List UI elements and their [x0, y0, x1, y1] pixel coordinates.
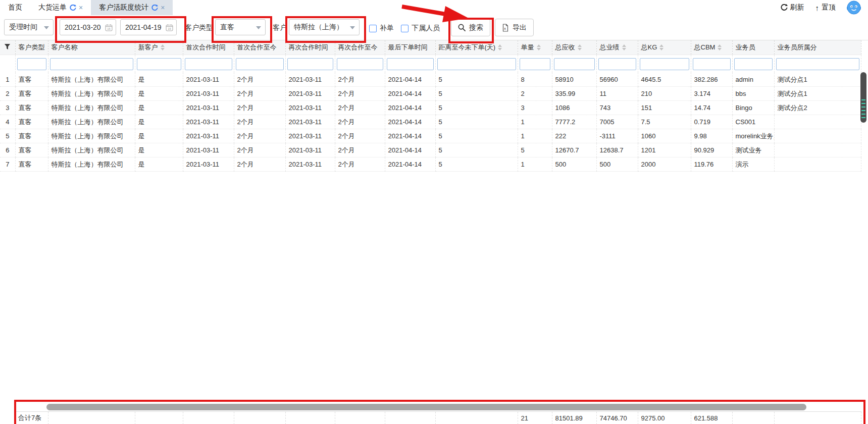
table-row[interactable]: 3直客特斯拉（上海）有限公司是2021-03-112个月2021-03-112个… — [0, 101, 861, 115]
export-button[interactable]: x 导出 — [495, 19, 534, 36]
column-filter-input[interactable] — [640, 58, 689, 70]
sort-arrows-icon[interactable] — [498, 44, 502, 50]
cell — [774, 115, 861, 129]
tab-bulk-waybill[interactable]: 大货运单 × — [30, 0, 91, 15]
calendar-icon[interactable]: 15 — [105, 24, 113, 31]
table-row[interactable]: 7直客特斯拉（上海）有限公司是2021-03-112个月2021-03-112个… — [0, 157, 861, 172]
refresh-icon[interactable] — [151, 5, 158, 11]
table-row[interactable]: 4直客特斯拉（上海）有限公司是2021-03-112个月2021-03-112个… — [0, 115, 861, 129]
vertical-scrollbar[interactable] — [860, 72, 866, 123]
cell: 是 — [135, 73, 183, 87]
funnel-icon[interactable] — [4, 43, 11, 50]
cell: 2000 — [638, 157, 691, 172]
cell: 2个月 — [335, 143, 385, 157]
refresh-icon[interactable] — [70, 5, 76, 11]
cell: 2个月 — [234, 157, 285, 172]
column-filter-input[interactable] — [50, 58, 133, 70]
column-filter-input[interactable] — [598, 58, 636, 70]
customer-select[interactable]: 特斯拉（上海） — [289, 19, 360, 35]
column-filter-input[interactable] — [554, 58, 595, 70]
summary-row: 合计7条2181501.8974746.709275.00621.588 — [15, 412, 861, 424]
cell: 2021-04-14 — [385, 157, 435, 172]
chevron-down-icon — [256, 26, 261, 29]
cell: 2021-04-14 — [385, 73, 435, 87]
column-header: 业务员所属分 — [774, 40, 861, 55]
checkbox-icon[interactable] — [401, 25, 409, 32]
sort-arrows-icon[interactable] — [161, 44, 165, 50]
table-row[interactable]: 1直客特斯拉（上海）有限公司是2021-03-112个月2021-03-112个… — [0, 73, 861, 87]
column-header: 再次合作时间 — [285, 40, 335, 55]
cell: 2021-03-11 — [183, 73, 234, 87]
supplement-order-checkbox[interactable]: 补单 — [369, 24, 394, 33]
cell: 特斯拉（上海）有限公司 — [48, 101, 135, 115]
column-header: 再次合作至今 — [335, 40, 385, 55]
column-header[interactable]: 总KG — [638, 40, 691, 55]
date-from-input[interactable]: 2021-03-20 15 — [60, 19, 116, 35]
cell: 2021-04-14 — [385, 129, 435, 143]
cell: 5 — [435, 101, 518, 115]
column-header[interactable]: 总业绩 — [596, 40, 638, 55]
column-header[interactable]: 新客户 — [135, 40, 183, 55]
filter-cell — [552, 55, 596, 73]
sort-arrows-icon[interactable] — [622, 44, 626, 50]
table-row[interactable]: 6直客特斯拉（上海）有限公司是2021-03-112个月2021-03-112个… — [0, 143, 861, 157]
column-header[interactable]: 总应收 — [552, 40, 596, 55]
column-header[interactable]: 单量 — [518, 40, 552, 55]
filter-row — [0, 55, 861, 73]
horizontal-scrollbar[interactable] — [46, 404, 806, 410]
search-label: 搜索 — [469, 23, 483, 32]
column-filter-input[interactable] — [693, 58, 731, 70]
pin-top-button[interactable]: ↑ 置顶 — [815, 3, 836, 12]
close-icon[interactable]: × — [79, 4, 83, 11]
column-header-label: 距离至今未下单(天) — [439, 43, 496, 52]
column-filter-input[interactable] — [185, 58, 232, 70]
sort-arrows-icon[interactable] — [718, 44, 722, 50]
column-header-label: 客户类型 — [19, 43, 45, 52]
date-to-input[interactable]: 2021-04-19 15 — [120, 19, 177, 35]
sort-arrows-icon[interactable] — [659, 44, 663, 50]
avatar-icon[interactable] — [847, 1, 861, 15]
column-header[interactable]: 距离至今未下单(天) — [435, 40, 518, 55]
column-filter-input[interactable] — [776, 58, 859, 70]
cell: 2021-03-11 — [285, 73, 335, 87]
supplement-order-label: 补单 — [380, 24, 394, 33]
column-filter-input[interactable] — [287, 58, 333, 70]
column-filter-input[interactable] — [17, 58, 46, 70]
cell: 2个月 — [335, 101, 385, 115]
sort-arrows-icon[interactable] — [578, 44, 582, 50]
filter-cell — [183, 55, 234, 73]
tab-customer-activity[interactable]: 客户活跃度统计 × — [91, 0, 173, 15]
sort-arrows-icon[interactable] — [537, 44, 541, 50]
header-filter-cell[interactable] — [0, 40, 15, 55]
refresh-button[interactable]: 刷新 — [781, 3, 804, 12]
column-filter-input[interactable] — [734, 58, 773, 70]
cell: 2021-04-14 — [385, 87, 435, 101]
table-row[interactable]: 2直客特斯拉（上海）有限公司是2021-03-112个月2021-03-112个… — [0, 87, 861, 101]
column-filter-input[interactable] — [137, 58, 181, 70]
subordinate-staff-checkbox[interactable]: 下属人员 — [401, 24, 440, 33]
column-filter-input[interactable] — [337, 58, 383, 70]
column-filter-input[interactable] — [437, 58, 516, 70]
time-field-select[interactable]: 受理时间 — [4, 19, 54, 35]
customer-type-select[interactable]: 直客 — [215, 19, 266, 35]
column-filter-input[interactable] — [387, 58, 434, 70]
cell: 7777.2 — [552, 115, 596, 129]
cell: 119.76 — [691, 157, 732, 172]
cell: Bingo — [732, 101, 774, 115]
checkbox-icon[interactable] — [369, 25, 377, 32]
tab-home[interactable]: 首页 — [0, 0, 30, 15]
table-row[interactable]: 5直客特斯拉（上海）有限公司是2021-03-112个月2021-03-112个… — [0, 129, 861, 143]
calendar-icon[interactable]: 15 — [166, 24, 173, 31]
column-filter-input[interactable] — [236, 58, 284, 70]
window-actions: 刷新 ↑ 置顶 — [781, 0, 861, 15]
summary-empty-cell — [435, 412, 518, 424]
filter-cell — [335, 55, 385, 73]
column-header[interactable]: 总CBM — [691, 40, 732, 55]
customer-label: 客户 — [273, 23, 287, 32]
cell: 3 — [518, 101, 552, 115]
close-icon[interactable]: × — [161, 4, 165, 11]
search-button[interactable]: 搜索 — [451, 19, 490, 36]
column-filter-input[interactable] — [520, 58, 550, 70]
cell: 5 — [435, 129, 518, 143]
summary-empty-cell — [183, 412, 234, 424]
